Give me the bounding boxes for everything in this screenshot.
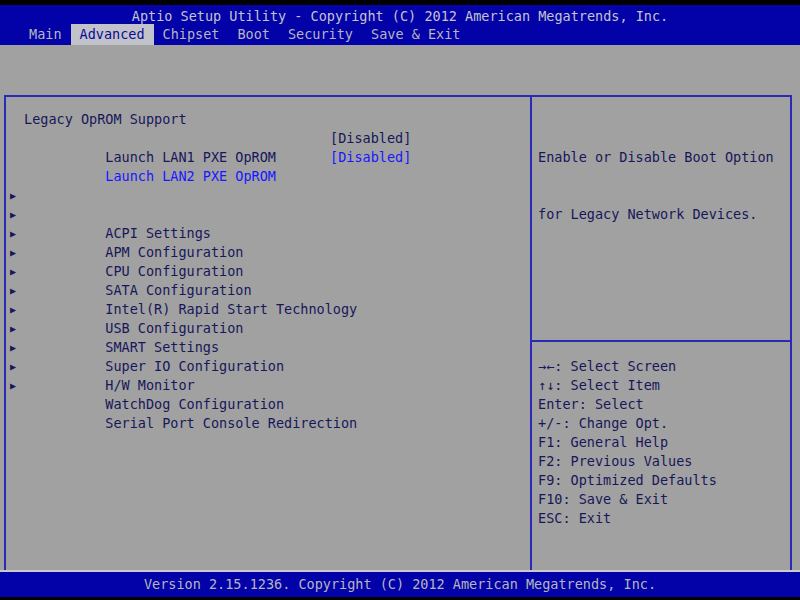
tab-chipset[interactable]: Chipset — [154, 24, 229, 45]
submenu-label: Serial Port Console Redirection — [105, 415, 357, 431]
submenu-label: WatchDog Configuration — [105, 396, 284, 412]
submenu-item-hw-monitor[interactable]: ▶ H/W Monitor — [6, 338, 530, 357]
submenu-arrow-icon: ▶ — [10, 338, 16, 357]
option-row-launch-lan1-pxe-oprom[interactable]: Launch LAN1 PXE OpROM [Disabled] — [6, 129, 530, 148]
submenu-item-sata-configuration[interactable]: ▶ SATA Configuration — [6, 243, 530, 262]
key-hint-f9-optimized-defaults: F9: Optimized Defaults — [538, 471, 790, 490]
help-line: for Legacy Network Devices. — [538, 205, 786, 224]
submenu-arrow-icon: ▶ — [10, 205, 16, 224]
submenu-arrow-icon: ▶ — [10, 262, 16, 281]
submenu-arrow-icon: ▶ — [10, 376, 16, 395]
submenu-item-intel-rapid-start[interactable]: ▶ Intel(R) Rapid Start Technology — [6, 262, 530, 281]
key-hint-change-opt: +/-: Change Opt. — [538, 414, 790, 433]
submenu-item-cpu-configuration[interactable]: ▶ CPU Configuration — [6, 224, 530, 243]
spacer-row — [6, 167, 530, 186]
menu-bar: Main Advanced Chipset Boot Security Save… — [20, 24, 469, 45]
submenu-arrow-icon: ▶ — [10, 243, 16, 262]
submenu-arrow-icon: ▶ — [10, 186, 16, 205]
key-hint-f1-general-help: F1: General Help — [538, 433, 790, 452]
version-text: Version 2.15.1236. Copyright (C) 2012 Am… — [144, 576, 656, 592]
submenu-item-smart-settings[interactable]: ▶ SMART Settings — [6, 300, 530, 319]
option-value[interactable]: [Disabled] — [330, 129, 411, 148]
submenu-arrow-icon: ▶ — [10, 281, 16, 300]
section-header-legacy-oprom: Legacy OpROM Support — [6, 110, 530, 129]
tab-security[interactable]: Security — [279, 24, 362, 45]
submenu-item-acpi-settings[interactable]: ▶ ACPI Settings — [6, 186, 530, 205]
submenu-item-serial-port-console-redirection[interactable]: ▶ Serial Port Console Redirection — [6, 376, 530, 395]
submenu-item-apm-configuration[interactable]: ▶ APM Configuration — [6, 205, 530, 224]
submenu-arrow-icon: ▶ — [10, 224, 16, 243]
key-legend: →←: Select Screen ↑↓: Select Item Enter:… — [538, 357, 790, 528]
title-bar: Aptio Setup Utility - Copyright (C) 2012… — [0, 5, 800, 45]
tab-save-exit[interactable]: Save & Exit — [362, 24, 469, 45]
tab-boot[interactable]: Boot — [228, 24, 279, 45]
key-hint-esc-exit: ESC: Exit — [538, 509, 790, 528]
screen-body: Legacy OpROM Support Launch LAN1 PXE OpR… — [0, 45, 800, 572]
key-hint-enter-select: Enter: Select — [538, 395, 790, 414]
option-value[interactable]: [Disabled] — [330, 148, 411, 167]
submenu-arrow-icon: ▶ — [10, 357, 16, 376]
submenu-arrow-icon: ▶ — [10, 319, 16, 338]
key-hint-f2-previous-values: F2: Previous Values — [538, 452, 790, 471]
help-divider — [532, 340, 790, 342]
tab-advanced[interactable]: Advanced — [71, 24, 154, 45]
setup-utility-title: Aptio Setup Utility - Copyright (C) 2012… — [0, 5, 800, 24]
submenu-arrow-icon: ▶ — [10, 300, 16, 319]
key-hint-select-screen: →←: Select Screen — [538, 357, 790, 376]
settings-panel: Legacy OpROM Support Launch LAN1 PXE OpR… — [6, 97, 530, 600]
help-panel: Enable or Disable Boot Option for Legacy… — [532, 97, 790, 600]
item-help-text: Enable or Disable Boot Option for Legacy… — [538, 110, 786, 262]
main-frame: Legacy OpROM Support Launch LAN1 PXE OpR… — [4, 95, 792, 600]
submenu-item-usb-configuration[interactable]: ▶ USB Configuration — [6, 281, 530, 300]
tab-main[interactable]: Main — [20, 24, 71, 45]
submenu-item-watchdog-configuration[interactable]: ▶ WatchDog Configuration — [6, 357, 530, 376]
option-row-launch-lan2-pxe-oprom[interactable]: Launch LAN2 PXE OpROM [Disabled] — [6, 148, 530, 167]
submenu-item-super-io-configuration[interactable]: ▶ Super IO Configuration — [6, 319, 530, 338]
footer-bar: Version 2.15.1236. Copyright (C) 2012 Am… — [0, 572, 800, 597]
key-hint-f10-save-exit: F10: Save & Exit — [538, 490, 790, 509]
help-line: Enable or Disable Boot Option — [538, 148, 786, 167]
key-hint-select-item: ↑↓: Select Item — [538, 376, 790, 395]
